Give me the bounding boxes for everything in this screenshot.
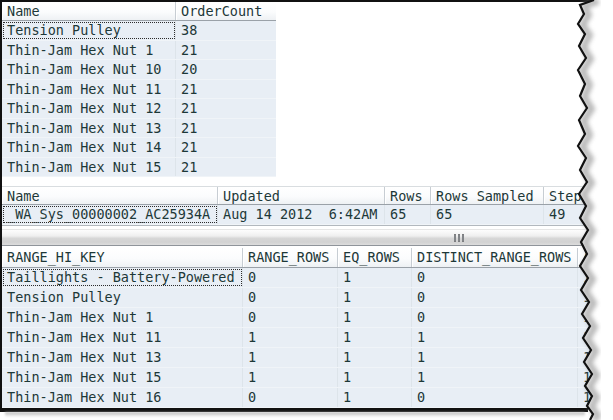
- grid2-column-header[interactable]: Updated: [218, 187, 385, 204]
- grid1-row: Thin-Jam Hex Nut 1221: [2, 99, 276, 119]
- grid3-row: Taillights - Battery-Powered0101: [2, 268, 590, 288]
- grid3-cell[interactable]: 1: [338, 308, 412, 327]
- grid3-column-header[interactable]: RANGE_HI_KEY: [2, 248, 243, 267]
- grid3-header-row: RANGE_HI_KEYRANGE_ROWSEQ_ROWSDISTINCT_RA…: [2, 248, 590, 268]
- grid3-column-header[interactable]: EQ_ROWS: [338, 248, 412, 267]
- frame-shadow: [5, 412, 585, 417]
- grid3-cell[interactable]: Thin-Jam Hex Nut 13: [2, 348, 243, 367]
- grid1-column-header[interactable]: Name: [2, 2, 176, 20]
- torn-edge-icon: [575, 0, 613, 420]
- grid1-header-row: NameOrderCount: [2, 2, 276, 21]
- grid3-cell[interactable]: 0: [412, 268, 578, 287]
- grid3-cell[interactable]: 1: [338, 288, 412, 307]
- grid3-cell-focused[interactable]: Taillights - Battery-Powered: [2, 268, 243, 287]
- grid3-row: Thin-Jam Hex Nut 151111: [2, 368, 590, 388]
- grid3-cell[interactable]: 1: [243, 328, 338, 347]
- grid1-cell[interactable]: 20: [176, 60, 276, 79]
- grid1-row: Thin-Jam Hex Nut 1421: [2, 138, 276, 158]
- grid-histogram: RANGE_HI_KEYRANGE_ROWSEQ_ROWSDISTINCT_RA…: [2, 248, 590, 408]
- grid1-cell-focused[interactable]: Tension Pulley: [2, 21, 176, 40]
- grid3-cell[interactable]: 0: [412, 288, 578, 307]
- grid3-cell[interactable]: 0: [243, 268, 338, 287]
- grid2-cell-focused[interactable]: _WA_Sys_00000002_AC25934A: [2, 205, 218, 224]
- grid3-row: Thin-Jam Hex Nut 160101: [2, 388, 590, 408]
- grid1-cell[interactable]: 38: [176, 21, 276, 40]
- grid3-cell[interactable]: 0: [412, 388, 578, 407]
- grid3-cell[interactable]: 1: [243, 348, 338, 367]
- grid3-cell[interactable]: 1: [412, 368, 578, 387]
- grid2-cell[interactable]: 65: [385, 205, 431, 224]
- grid3-row: Tension Pulley0101: [2, 288, 590, 308]
- grid1-cell[interactable]: 21: [176, 41, 276, 60]
- grid3-row: Thin-Jam Hex Nut 111111: [2, 328, 590, 348]
- grid2-header-row: NameUpdatedRowsRows SampledSteps: [2, 186, 590, 205]
- frame-border-left: [0, 0, 2, 412]
- grid3-column-header[interactable]: RANGE_ROWS: [243, 248, 338, 267]
- grid1-cell[interactable]: 21: [176, 80, 276, 99]
- grid1-row: Tension Pulley38: [2, 21, 276, 41]
- grid3-cell[interactable]: Thin-Jam Hex Nut 16: [2, 388, 243, 407]
- grid3-cell[interactable]: Tension Pulley: [2, 288, 243, 307]
- grid3-cell[interactable]: 0: [243, 388, 338, 407]
- grid1-row: Thin-Jam Hex Nut 1121: [2, 80, 276, 100]
- grid2-cell[interactable]: Aug 14 2012 6:42AM: [218, 205, 385, 224]
- grid1-row: Thin-Jam Hex Nut 1321: [2, 119, 276, 139]
- grid1-cell[interactable]: 21: [176, 99, 276, 118]
- scrollbar-grip-icon[interactable]: [454, 234, 464, 242]
- grid1-cell[interactable]: Thin-Jam Hex Nut 1: [2, 41, 176, 60]
- grid1-cell[interactable]: Thin-Jam Hex Nut 14: [2, 138, 176, 157]
- grid3-column-header[interactable]: DISTINCT_RANGE_ROWS: [412, 248, 578, 267]
- grid2-column-header[interactable]: Name: [2, 187, 218, 204]
- grid-order-count: NameOrderCountTension Pulley38Thin-Jam H…: [2, 2, 276, 177]
- horizontal-scrollbar[interactable]: [2, 229, 590, 246]
- grid2-cell[interactable]: 65: [431, 205, 544, 224]
- grid1-cell[interactable]: Thin-Jam Hex Nut 13: [2, 119, 176, 138]
- grid3-cell[interactable]: 1: [338, 388, 412, 407]
- grid1-row: Thin-Jam Hex Nut 121: [2, 41, 276, 61]
- grid1-cell[interactable]: Thin-Jam Hex Nut 12: [2, 99, 176, 118]
- grid3-row: Thin-Jam Hex Nut 10101: [2, 308, 590, 328]
- grid1-cell[interactable]: Thin-Jam Hex Nut 15: [2, 158, 176, 177]
- grid1-cell[interactable]: 21: [176, 138, 276, 157]
- grid3-row: Thin-Jam Hex Nut 131111: [2, 348, 590, 368]
- grid3-cell[interactable]: 1: [338, 368, 412, 387]
- grid1-column-header[interactable]: OrderCount: [176, 2, 276, 20]
- grid1-cell[interactable]: 21: [176, 158, 276, 177]
- grid1-cell[interactable]: Thin-Jam Hex Nut 10: [2, 60, 176, 79]
- frame-border-top: [0, 0, 595, 2]
- grid3-cell[interactable]: Thin-Jam Hex Nut 11: [2, 328, 243, 347]
- grid1-row: Thin-Jam Hex Nut 1020: [2, 60, 276, 80]
- grid3-cell[interactable]: 1: [412, 348, 578, 367]
- grid3-cell[interactable]: Thin-Jam Hex Nut 15: [2, 368, 243, 387]
- grid3-cell[interactable]: 0: [243, 288, 338, 307]
- grid2-column-header[interactable]: Rows: [385, 187, 431, 204]
- grid3-cell[interactable]: 1: [338, 268, 412, 287]
- grid3-cell[interactable]: 1: [412, 328, 578, 347]
- grid3-cell[interactable]: 1: [338, 328, 412, 347]
- grid3-cell[interactable]: 1: [243, 368, 338, 387]
- grid3-cell[interactable]: 0: [243, 308, 338, 327]
- grid3-cell[interactable]: Thin-Jam Hex Nut 1: [2, 308, 243, 327]
- grid2-column-header[interactable]: Rows Sampled: [431, 187, 544, 204]
- grid1-cell[interactable]: 21: [176, 119, 276, 138]
- results-pane: NameOrderCountTension Pulley38Thin-Jam H…: [0, 0, 613, 420]
- grid1-cell[interactable]: Thin-Jam Hex Nut 11: [2, 80, 176, 99]
- grid2-row: _WA_Sys_00000002_AC25934AAug 14 2012 6:4…: [2, 205, 590, 225]
- grid1-row: Thin-Jam Hex Nut 1521: [2, 158, 276, 178]
- grid-stats-header: NameUpdatedRowsRows SampledSteps_WA_Sys_…: [2, 186, 590, 226]
- grid3-cell[interactable]: 1: [338, 348, 412, 367]
- grid3-cell[interactable]: 0: [412, 308, 578, 327]
